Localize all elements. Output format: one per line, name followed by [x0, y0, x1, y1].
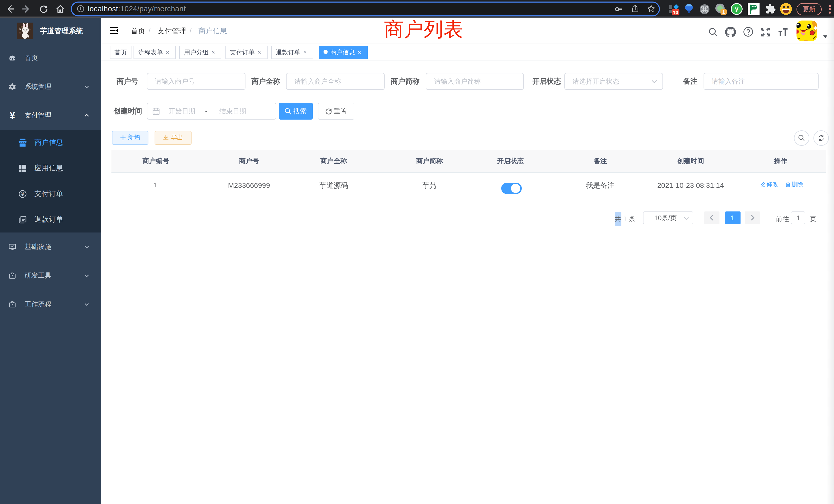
- svg-text:y: y: [734, 5, 738, 12]
- svg-text:¥: ¥: [9, 111, 15, 120]
- svg-text:10: 10: [673, 9, 678, 15]
- svg-text:1: 1: [722, 9, 725, 14]
- svg-text:¥: ¥: [21, 191, 24, 197]
